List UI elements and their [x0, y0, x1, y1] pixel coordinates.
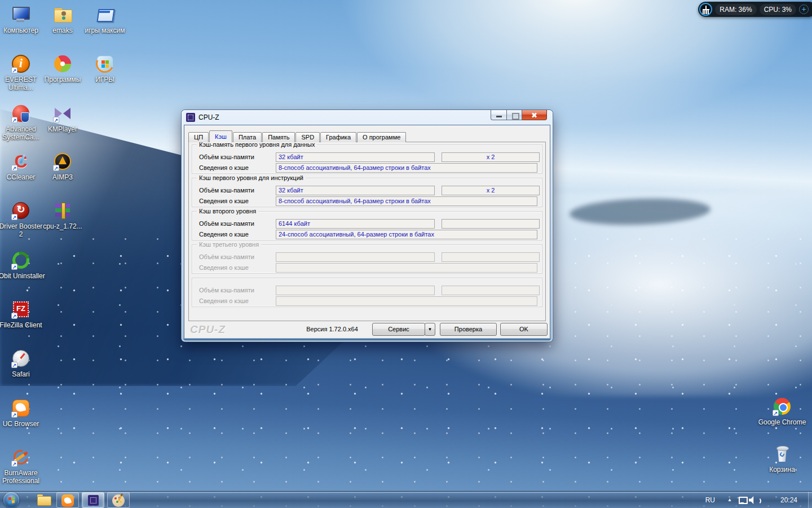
desktop-icon-aimp3[interactable]: AIMP3 — [38, 151, 87, 181]
aimp-icon — [52, 151, 73, 172]
start-button[interactable] — [3, 492, 19, 508]
validate-button[interactable]: Проверка — [440, 323, 497, 336]
l1i-size-field[interactable]: 32 кбайт — [276, 186, 435, 195]
broom-icon[interactable] — [699, 3, 712, 16]
person-glyph — [61, 11, 66, 16]
l1d-count-field[interactable]: x 2 — [442, 152, 540, 162]
l1d-size-field[interactable]: 32 кбайт — [276, 152, 435, 162]
group-title: Кэш первого уровня для инструкций — [197, 174, 306, 182]
tab-graphics[interactable]: Графика — [320, 132, 356, 142]
cpu-z-app-icon — [186, 113, 195, 122]
desktop-icon-burnaware[interactable]: BurnAware Professional — [0, 447, 45, 485]
games-windows-icon — [95, 54, 115, 74]
widget-plus-button[interactable]: + — [799, 5, 809, 14]
minimize-button[interactable] — [491, 110, 507, 120]
l3-info-field[interactable] — [276, 263, 537, 273]
shortcut-arrow-icon — [11, 117, 17, 123]
recycle-bin-icon — [772, 444, 792, 464]
desktop-icon-chrome[interactable]: Google Chrome — [758, 396, 806, 426]
desktop-icon-uc-browser[interactable]: UC Browser — [0, 398, 45, 428]
tab-memory[interactable]: Память — [262, 132, 295, 142]
app-window-icon — [95, 5, 115, 25]
l2-size-field[interactable]: 6144 кбайт — [276, 219, 435, 229]
service-dropdown-arrow[interactable]: ▼ — [425, 323, 435, 336]
info-label: Сведения о кэше — [199, 163, 273, 172]
l1-data-cache-group: Кэш-память первого уровня для данных Объ… — [192, 144, 542, 174]
show-desktop-button[interactable] — [808, 492, 812, 508]
tab-about[interactable]: О программе — [357, 132, 406, 142]
close-button[interactable] — [522, 110, 547, 120]
cpu-label: CPU: — [764, 6, 780, 14]
ram-cpu-widget[interactable]: RAM: 36% CPU: 3% + — [698, 2, 812, 17]
l3-size-field[interactable] — [276, 252, 435, 262]
l1d-info-field[interactable]: 8-способ ассоциативный, 64-размер строки… — [276, 163, 537, 173]
tray-expand-arrow[interactable]: ▲ — [727, 492, 732, 508]
size-label: Объём кэш-памяти — [199, 252, 273, 261]
info-label: Сведения о кэше — [199, 230, 273, 239]
desktop-icon-programs[interactable]: Программы — [38, 54, 87, 84]
driver-booster-icon — [11, 200, 31, 221]
window-title: CPU-Z — [198, 113, 219, 121]
desktop-icon-filezilla[interactable]: FileZilla Client — [0, 299, 45, 329]
taskbar-cpu-z-button[interactable] — [82, 492, 104, 508]
size-label: Объём кэш-памяти — [199, 186, 273, 195]
taskbar-paint-button[interactable] — [107, 492, 130, 508]
ram-usage[interactable]: RAM: 36% — [715, 4, 756, 15]
l1i-count-field[interactable]: x 2 — [442, 186, 540, 195]
info-label: Сведения о кэше — [199, 196, 273, 205]
taskbar: RU ▲ 20:24 — [0, 491, 812, 508]
taskbar-clock[interactable]: 20:24 — [780, 492, 797, 508]
l4-size-field[interactable] — [276, 286, 435, 295]
l1i-info-field[interactable]: 8-способ ассоциативный, 64-размер строки… — [276, 196, 537, 206]
filezilla-icon — [11, 299, 31, 319]
burnaware-icon — [11, 447, 31, 467]
uc-browser-icon — [61, 494, 74, 507]
tab-cache[interactable]: Кэш — [209, 130, 232, 142]
orange-ring-glyph — [93, 52, 116, 75]
shortcut-arrow-icon — [11, 461, 17, 467]
info-label: Сведения о кэше — [199, 296, 273, 305]
l3-count-field[interactable] — [442, 252, 540, 262]
taskbar-explorer-button[interactable] — [37, 494, 51, 505]
cpu-usage[interactable]: CPU: 3% — [760, 4, 796, 15]
paint-icon — [112, 494, 125, 507]
desktop-icon-kmplayer[interactable]: KMPlayer — [38, 103, 87, 133]
l4-count-field[interactable] — [442, 286, 540, 295]
window-titlebar[interactable]: CPU-Z — [186, 110, 219, 125]
advanced-systemcare-icon — [11, 103, 31, 124]
tab-spd[interactable]: SPD — [295, 132, 320, 142]
maximize-button[interactable] — [507, 110, 522, 120]
desktop-icon-iobit-uninstaller[interactable]: IObit Uninstaller — [0, 250, 45, 280]
chrome-icon — [772, 396, 792, 417]
safari-icon — [11, 348, 31, 369]
shortcut-arrow-icon — [11, 313, 17, 319]
tab-mainboard[interactable]: Плата — [233, 132, 262, 142]
version-text: Версия 1.72.0.x64 — [279, 326, 386, 332]
service-button[interactable]: Сервис — [372, 323, 425, 336]
group-title: Кэш второго уровня — [197, 208, 258, 215]
language-indicator[interactable]: RU — [703, 492, 717, 508]
desktop-icon-cpuz-archive[interactable]: cpu-z_1.72... — [38, 200, 87, 230]
desktop-icon-games[interactable]: ИГРЫ — [81, 54, 129, 84]
network-icon[interactable] — [737, 496, 747, 504]
desktop-icon-recycle-bin[interactable]: Корзина — [758, 444, 806, 474]
l4-info-field[interactable] — [276, 296, 537, 306]
desktop-icon-emaks[interactable]: emaks — [38, 5, 87, 34]
desktop-icon-safari[interactable]: Safari — [0, 348, 45, 378]
user-folder-icon — [52, 5, 73, 25]
ccleaner-icon — [11, 151, 31, 172]
cpu-value: 3% — [782, 6, 792, 14]
l2-info-field[interactable]: 24-способ ассоциативный, 64-размер строк… — [276, 230, 537, 239]
tab-cpu[interactable]: ЦП — [188, 132, 209, 142]
programs-icon — [52, 54, 73, 74]
l2-count-field[interactable] — [442, 219, 540, 229]
shortcut-arrow-icon — [11, 165, 17, 171]
kmplayer-icon — [52, 103, 73, 124]
iobit-uninstaller-icon — [11, 250, 31, 270]
ok-button[interactable]: OK — [500, 323, 548, 336]
l1-inst-cache-group: Кэш первого уровня для инструкций Объём … — [192, 178, 542, 207]
desktop-icon-igry-maksim[interactable]: игры максим — [81, 5, 129, 34]
volume-icon[interactable] — [749, 496, 760, 504]
shortcut-arrow-icon — [53, 117, 59, 123]
taskbar-uc-browser-button[interactable] — [56, 492, 79, 508]
